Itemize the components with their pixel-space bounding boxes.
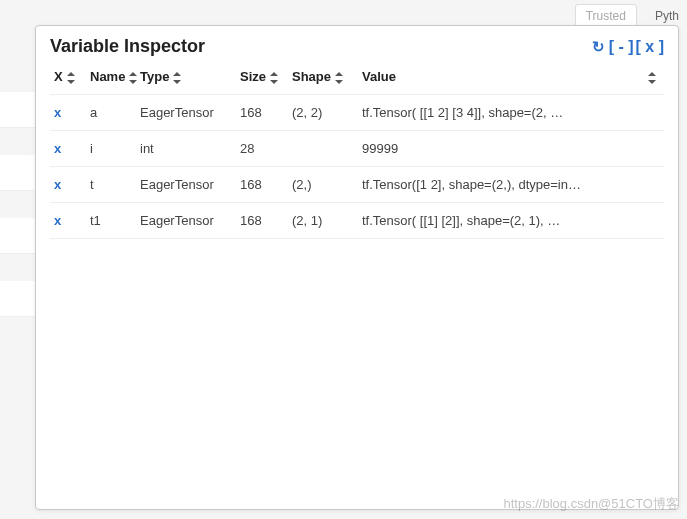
cell-size: 168 xyxy=(236,167,288,203)
col-header-value[interactable]: Value xyxy=(358,63,640,95)
panel-actions: ↻ [ - ] [ x ] xyxy=(592,38,664,56)
variables-table: X Name Type Size Shape Value x a EagerTe… xyxy=(50,63,664,239)
sort-icon xyxy=(129,72,137,84)
sort-icon xyxy=(270,72,278,84)
notebook-cell-edge xyxy=(0,281,35,317)
col-header-delete[interactable]: X xyxy=(50,63,86,95)
notebook-cell-edge xyxy=(0,218,35,254)
cell-name: i xyxy=(86,131,136,167)
col-header-name[interactable]: Name xyxy=(86,63,136,95)
cell-type: EagerTensor xyxy=(136,95,236,131)
cell-name: t xyxy=(86,167,136,203)
col-header-shape[interactable]: Shape xyxy=(288,63,358,95)
table-row: x t1 EagerTensor 168 (2, 1) tf.Tensor( [… xyxy=(50,203,664,239)
notebook-cells-strip xyxy=(0,0,35,519)
cell-shape: (2, 2) xyxy=(288,95,358,131)
cell-type: EagerTensor xyxy=(136,167,236,203)
cell-value: tf.Tensor([1 2], shape=(2,), dtype=in… xyxy=(358,167,664,203)
cell-type: int xyxy=(136,131,236,167)
cell-shape: (2, 1) xyxy=(288,203,358,239)
cell-size: 168 xyxy=(236,203,288,239)
panel-title: Variable Inspector xyxy=(50,36,205,57)
cell-name: a xyxy=(86,95,136,131)
close-button[interactable]: [ x ] xyxy=(636,38,664,56)
col-header-size[interactable]: Size xyxy=(236,63,288,95)
table-row: x t EagerTensor 168 (2,) tf.Tensor([1 2]… xyxy=(50,167,664,203)
col-header-value-sort[interactable] xyxy=(640,63,664,95)
sort-icon xyxy=(648,72,656,84)
cell-shape xyxy=(288,131,358,167)
variable-inspector-panel: Variable Inspector ↻ [ - ] [ x ] X Name … xyxy=(35,25,679,510)
sort-icon xyxy=(173,72,181,84)
panel-header: Variable Inspector ↻ [ - ] [ x ] xyxy=(50,36,664,57)
refresh-icon[interactable]: ↻ xyxy=(592,38,605,56)
cell-name: t1 xyxy=(86,203,136,239)
notebook-cell-edge xyxy=(0,155,35,191)
col-header-type[interactable]: Type xyxy=(136,63,236,95)
cell-shape: (2,) xyxy=(288,167,358,203)
table-header-row: X Name Type Size Shape Value xyxy=(50,63,664,95)
table-row: x a EagerTensor 168 (2, 2) tf.Tensor( [[… xyxy=(50,95,664,131)
kernel-name-fragment: Pyth xyxy=(655,9,679,23)
cell-type: EagerTensor xyxy=(136,203,236,239)
delete-variable-button[interactable]: x xyxy=(54,105,61,120)
collapse-button[interactable]: [ - ] xyxy=(609,38,634,56)
cell-size: 168 xyxy=(236,95,288,131)
cell-value: tf.Tensor( [[1] [2]], shape=(2, 1), … xyxy=(358,203,664,239)
notebook-cell-edge xyxy=(0,92,35,128)
delete-variable-button[interactable]: x xyxy=(54,213,61,228)
sort-icon xyxy=(67,72,75,84)
cell-size: 28 xyxy=(236,131,288,167)
delete-variable-button[interactable]: x xyxy=(54,141,61,156)
table-row: x i int 28 99999 xyxy=(50,131,664,167)
sort-icon xyxy=(335,72,343,84)
cell-value: tf.Tensor( [[1 2] [3 4]], shape=(2, … xyxy=(358,95,664,131)
cell-value: 99999 xyxy=(358,131,664,167)
delete-variable-button[interactable]: x xyxy=(54,177,61,192)
